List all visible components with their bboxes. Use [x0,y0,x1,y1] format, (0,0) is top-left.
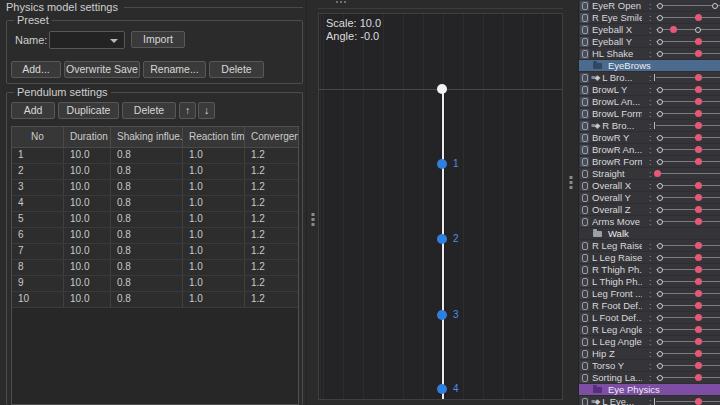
parameter-toggle-icon[interactable] [580,265,589,275]
col-header-reaction-time[interactable]: Reaction time [183,127,245,147]
parameter-row[interactable]: L Leg Angle: [579,336,720,348]
slider-handle[interactable] [670,26,677,33]
parameter-toggle-icon[interactable] [580,289,589,299]
parameter-row[interactable]: BrowR An...: [579,144,720,156]
table-row[interactable]: 810.00.81.01.2 [12,260,298,276]
parameter-toggle-icon[interactable] [580,277,589,287]
table-row[interactable]: 510.00.81.01.2 [12,212,298,228]
parameter-slider-track[interactable] [656,41,720,42]
parameter-slider-track[interactable] [656,401,720,402]
parameter-slider-track[interactable] [656,137,720,138]
slider-handle[interactable] [695,362,702,369]
parameter-toggle-icon[interactable] [580,97,589,107]
preset-name-dropdown[interactable] [49,31,125,49]
parameter-slider-track[interactable] [656,197,720,198]
parameter-toggle-icon[interactable] [580,73,589,83]
parameter-toggle-icon[interactable] [580,205,589,215]
parameter-slider-track[interactable] [656,221,720,222]
slider-handle[interactable] [695,86,702,93]
slider-handle[interactable] [695,134,702,141]
slider-handle[interactable] [695,194,702,201]
slider-handle[interactable] [695,158,702,165]
table-row[interactable]: 310.00.81.01.2 [12,180,298,196]
parameter-slider-track[interactable] [656,101,720,102]
parameter-slider-track[interactable] [656,329,720,330]
slider-handle[interactable] [695,98,702,105]
parameter-folder-row[interactable]: Walk [579,228,720,240]
parameter-slider-track[interactable] [656,209,720,210]
table-row[interactable]: 910.00.81.01.2 [12,276,298,292]
parameter-slider-track[interactable] [656,53,720,54]
parameter-row[interactable]: ≡◆L Eye...: [579,396,720,405]
parameter-slider-track[interactable] [656,77,720,78]
parameter-row[interactable]: Overall Z: [579,204,720,216]
parameter-toggle-icon[interactable] [580,301,589,311]
slider-handle[interactable] [695,146,702,153]
parameter-row[interactable]: L Foot Def...: [579,312,720,324]
slider-handle[interactable] [695,38,702,45]
parameter-toggle-icon[interactable] [580,169,589,179]
parameter-slider-track[interactable] [656,341,720,342]
col-header-convergence-speed[interactable]: Convergence s... [245,127,298,147]
slider-handle[interactable] [695,182,702,189]
parameter-slider-track[interactable] [656,377,720,378]
slider-handle[interactable] [695,302,702,309]
pendulum-canvas[interactable]: Scale: 10.0 Angle: -0.0 1234 [318,13,563,400]
slider-handle[interactable] [654,170,661,177]
parameter-row[interactable]: EyeR Open: [579,0,720,12]
parameter-row[interactable]: Hip Z: [579,348,720,360]
slider-handle[interactable] [695,398,702,405]
parameter-toggle-icon[interactable] [580,349,589,359]
parameter-row[interactable]: L Thigh Ph...: [579,276,720,288]
table-row[interactable]: 110.00.81.01.2 [12,148,298,164]
parameter-toggle-icon[interactable] [580,325,589,335]
parameter-row[interactable]: R Eye Smile: [579,12,720,24]
rename-button[interactable]: Rename... [143,61,206,78]
slider-handle[interactable] [695,266,702,273]
parameter-toggle-icon[interactable] [580,49,589,59]
slider-handle[interactable] [695,374,702,381]
overwrite-save-button[interactable]: Overwrite Save [64,61,140,78]
parameter-toggle-icon[interactable] [580,85,589,95]
pendulum-anchor-point[interactable] [437,84,447,94]
pendulum-node[interactable] [437,384,447,394]
parameter-slider-track[interactable] [656,245,720,246]
parameter-toggle-icon[interactable] [580,109,589,119]
parameter-slider-track[interactable] [656,185,720,186]
table-row[interactable]: 210.00.81.01.2 [12,164,298,180]
parameter-toggle-icon[interactable] [580,25,589,35]
slider-handle[interactable] [695,122,702,129]
parameter-folder-row[interactable]: Eye Physics [579,384,720,396]
table-row[interactable]: 710.00.81.01.2 [12,244,298,260]
slider-handle[interactable] [695,206,702,213]
parameter-slider-track[interactable] [656,17,720,18]
parameter-slider-track[interactable] [656,365,720,366]
parameter-row[interactable]: Straight: [579,168,720,180]
table-row[interactable]: 610.00.81.01.2 [12,228,298,244]
parameter-row[interactable]: Overall Y: [579,192,720,204]
panel-drag-handle-icon[interactable] [336,1,346,3]
slider-handle[interactable] [695,218,702,225]
parameter-slider-track[interactable] [656,173,720,174]
parameter-toggle-icon[interactable] [580,1,589,11]
parameter-toggle-icon[interactable] [580,13,589,23]
parameter-row[interactable]: BrowR Y: [579,132,720,144]
slider-handle[interactable] [695,14,702,21]
slider-handle[interactable] [695,110,702,117]
parameter-toggle-icon[interactable] [580,37,589,47]
parameter-toggle-icon[interactable] [580,241,589,251]
parameter-slider-track[interactable] [656,89,720,90]
parameter-row[interactable]: Torso Y: [579,360,720,372]
parameter-row[interactable]: BrowL Y: [579,84,720,96]
pendulum-duplicate-button[interactable]: Duplicate [58,102,119,119]
parameter-slider-track[interactable] [656,113,720,114]
pendulum-node[interactable] [437,159,447,169]
parameter-slider-track[interactable] [656,5,720,6]
parameter-row[interactable]: L Leg Raise: [579,252,720,264]
parameter-slider-track[interactable] [656,305,720,306]
parameter-row[interactable]: BrowR Form: [579,156,720,168]
parameter-toggle-icon[interactable] [580,361,589,371]
parameter-toggle-icon[interactable] [580,145,589,155]
parameter-row[interactable]: BrowL Form: [579,108,720,120]
parameter-row[interactable]: Eyeball X: [579,24,720,36]
